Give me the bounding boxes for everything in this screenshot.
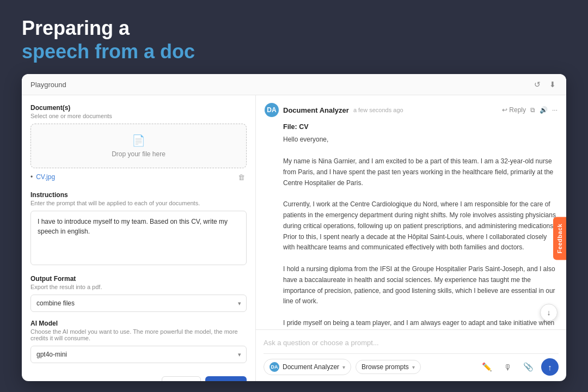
page-header: Preparing a speech from a doc bbox=[22, 16, 566, 63]
instructions-sublabel: Enter the prompt that will be applied to… bbox=[30, 200, 247, 206]
download-icon[interactable]: ⬇ bbox=[548, 79, 558, 89]
file-item: CV.jpg 🗑 bbox=[30, 170, 247, 183]
speaker-button[interactable]: 🔊 bbox=[540, 106, 548, 114]
message-body: File: CV Hello everyone, My name is Nina… bbox=[265, 121, 558, 329]
output-format-select-wrapper: combine files separate files ▾ bbox=[30, 295, 247, 312]
ai-model-select-wrapper: gpt4o-mini gpt4o gpt4-turbo ▾ bbox=[30, 346, 247, 363]
upload-area[interactable]: 📄 Drop your file here bbox=[30, 124, 247, 168]
window-body: Document(s) Select one or more documents… bbox=[22, 95, 566, 381]
output-format-select[interactable]: combine files separate files bbox=[30, 295, 247, 312]
output-format-label: Output Format bbox=[30, 275, 247, 283]
page-title-line1: Preparing a bbox=[22, 16, 566, 40]
divider bbox=[264, 353, 559, 354]
chat-input-area: DA Document Analyzer ▾ Browse prompts ▾ … bbox=[256, 329, 566, 381]
chat-send-button[interactable]: ↑ bbox=[541, 358, 559, 376]
left-panel-footer: Reset Send bbox=[30, 371, 247, 381]
send-button[interactable]: Send bbox=[205, 376, 247, 381]
chat-input[interactable] bbox=[264, 335, 559, 350]
reply-button[interactable]: ↩ Reply bbox=[502, 106, 526, 114]
ai-model-label: AI Model bbox=[30, 320, 247, 327]
edit-icon[interactable]: ✏️ bbox=[479, 359, 494, 375]
agent-name: Document Analyzer bbox=[283, 363, 339, 371]
agent-avatar-small: DA bbox=[270, 362, 279, 372]
feedback-label: Feedback bbox=[556, 223, 563, 253]
left-panel: Document(s) Select one or more documents… bbox=[22, 95, 256, 381]
app-window: Playground ↺ ⬇ Document(s) Select one or… bbox=[22, 74, 566, 381]
instructions-label: Instructions bbox=[30, 191, 247, 199]
instructions-textarea[interactable]: I have to introduce myself to my team. B… bbox=[30, 211, 247, 265]
ai-model-section: AI Model Choose the AI model you want to… bbox=[30, 320, 247, 363]
copy-button[interactable]: ⧉ bbox=[530, 106, 535, 114]
window-actions: ↺ ⬇ bbox=[532, 79, 558, 89]
more-options-button[interactable]: ··· bbox=[552, 106, 558, 114]
file-list: CV.jpg 🗑 bbox=[30, 170, 247, 183]
speaker-icon: 🔊 bbox=[540, 106, 548, 114]
avatar: DA bbox=[265, 103, 279, 117]
documents-section: Document(s) Select one or more documents… bbox=[30, 104, 247, 183]
output-format-section: Output Format Export the result into a p… bbox=[30, 275, 247, 312]
chevron-down-icon: ↓ bbox=[547, 308, 551, 317]
agent-chevron-icon: ▾ bbox=[342, 364, 345, 370]
message-text: Hello everyone, My name is Nina Garnier,… bbox=[283, 134, 558, 329]
feedback-tab[interactable]: Feedback bbox=[553, 217, 566, 260]
chat-messages: DA Document Analyzer a few seconds ago ↩… bbox=[256, 95, 566, 329]
documents-sublabel: Select one or more documents bbox=[30, 113, 247, 119]
reply-label: Reply bbox=[509, 106, 526, 114]
copy-icon: ⧉ bbox=[530, 106, 535, 114]
page-title-line2: speech from a doc bbox=[22, 40, 566, 63]
message-file-tag: File: CV bbox=[283, 121, 558, 132]
reset-button[interactable]: Reset bbox=[162, 376, 201, 381]
ai-model-select[interactable]: gpt4o-mini gpt4o gpt4-turbo bbox=[30, 346, 247, 363]
documents-label: Document(s) bbox=[30, 104, 247, 112]
agent-selector[interactable]: DA Document Analyzer ▾ bbox=[264, 359, 351, 375]
chat-input-icons: ✏️ 🎙 📎 ↑ bbox=[479, 358, 559, 376]
window-titlebar: Playground ↺ ⬇ bbox=[22, 74, 566, 95]
browse-prompts-label: Browse prompts bbox=[362, 363, 409, 371]
file-name: CV.jpg bbox=[30, 173, 55, 181]
window-title: Playground bbox=[30, 81, 66, 89]
scroll-down-button[interactable]: ↓ bbox=[540, 304, 558, 321]
instructions-section: Instructions Enter the prompt that will … bbox=[30, 191, 247, 267]
message-actions: ↩ Reply ⧉ 🔊 ··· bbox=[502, 106, 558, 114]
attachment-icon[interactable]: 📎 bbox=[520, 359, 536, 375]
chat-toolbar: DA Document Analyzer ▾ Browse prompts ▾ … bbox=[264, 358, 559, 376]
browse-prompts-button[interactable]: Browse prompts ▾ bbox=[356, 360, 421, 374]
upload-file-icon: 📄 bbox=[132, 134, 145, 147]
message-time: a few seconds ago bbox=[353, 107, 403, 113]
upload-text: Drop your file here bbox=[112, 150, 166, 158]
reply-icon: ↩ bbox=[502, 106, 507, 114]
refresh-icon[interactable]: ↺ bbox=[532, 79, 542, 89]
output-format-sublabel: Export the result into a pdf. bbox=[30, 284, 247, 290]
file-delete-button[interactable]: 🗑 bbox=[236, 171, 247, 182]
message-header: DA Document Analyzer a few seconds ago ↩… bbox=[265, 103, 558, 117]
more-icon: ··· bbox=[552, 106, 558, 114]
message-sender: Document Analyzer bbox=[283, 106, 349, 114]
ai-model-sublabel: Choose the AI model you want to use. The… bbox=[30, 328, 247, 341]
microphone-icon[interactable]: 🎙 bbox=[500, 359, 515, 375]
browse-prompts-chevron-icon: ▾ bbox=[412, 364, 415, 370]
right-panel: DA Document Analyzer a few seconds ago ↩… bbox=[256, 95, 566, 381]
